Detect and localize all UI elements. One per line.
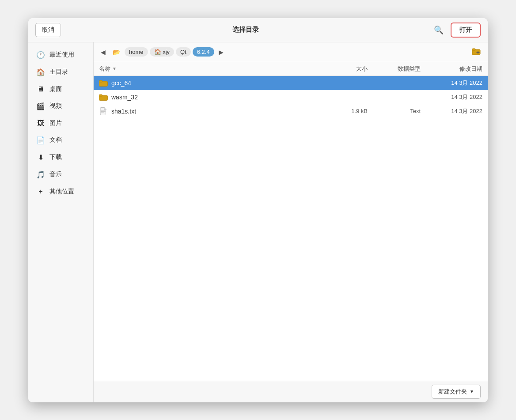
col-date-header[interactable]: 修改日期 (421, 65, 482, 73)
sidebar-item-home[interactable]: 🏠主目录 (28, 64, 93, 80)
svg-rect-5 (99, 80, 102, 82)
document-icon: 📄 (36, 136, 45, 144)
sidebar-item-picture[interactable]: 🖼图片 (28, 115, 93, 131)
table-header: 名称 ▼ 大小 数据类型 修改日期 (94, 62, 488, 76)
folder-icon (99, 79, 108, 87)
breadcrumb-qt-button[interactable]: Qt (176, 47, 191, 57)
file-chooser-dialog: 取消 选择目录 🔍 打开 🕐最近使用🏠主目录🖥桌面🎬视频🖼图片📄文档⬇下载🎵音乐… (28, 18, 488, 402)
new-folder-toolbar-button[interactable] (469, 46, 483, 58)
search-icon: 🔍 (434, 26, 444, 34)
home-icon: 🏠 (36, 68, 45, 76)
col-type-header[interactable]: 数据类型 (368, 65, 421, 73)
sort-icon: ▼ (112, 66, 117, 71)
file-panel: ◀ 📂 home 🏠 xjy Qt 6.2.4 ▶ (94, 42, 488, 402)
cancel-button[interactable]: 取消 (35, 23, 61, 37)
file-name-cell: wasm_32 (99, 94, 323, 101)
sidebar-item-label: 图片 (49, 119, 62, 127)
table-row[interactable]: gcc_64 14 3月 2022 (94, 76, 488, 90)
file-table: gcc_64 14 3月 2022 (94, 76, 488, 381)
breadcrumb-back-button[interactable]: ◀ (98, 47, 108, 57)
sidebar-item-recent[interactable]: 🕐最近使用 (28, 47, 93, 63)
folder-icon (99, 94, 108, 101)
file-date: 14 3月 2022 (421, 93, 482, 101)
new-folder-bottom-button[interactable]: 新建文件夹 ▼ (432, 385, 481, 399)
music-icon: 🎵 (36, 170, 45, 179)
file-name-cell: gcc_64 (99, 79, 323, 87)
breadcrumb-6.2.4-button[interactable]: 6.2.4 (193, 47, 214, 57)
file-name-cell: sha1s.txt (99, 108, 323, 115)
picture-icon: 🖼 (36, 119, 45, 127)
sidebar-item-label: 最近使用 (49, 51, 74, 59)
file-name: gcc_64 (111, 79, 131, 87)
download-icon: ⬇ (36, 153, 45, 162)
file-name: sha1s.txt (111, 108, 136, 115)
recent-icon: 🕐 (36, 51, 45, 59)
breadcrumb-folder-icon-button[interactable]: 📂 (110, 47, 123, 57)
table-row[interactable]: wasm_32 14 3月 2022 (94, 90, 488, 104)
header-right-actions: 🔍 打开 (430, 23, 481, 38)
sidebar-item-desktop[interactable]: 🖥桌面 (28, 81, 93, 97)
sidebar-item-music[interactable]: 🎵音乐 (28, 166, 93, 183)
folder-icon: 📂 (113, 49, 120, 56)
breadcrumb-home-button[interactable]: home (125, 47, 148, 57)
open-button[interactable]: 打开 (451, 23, 481, 38)
dropdown-arrow-icon: ▼ (470, 389, 474, 394)
dialog-header: 取消 选择目录 🔍 打开 (28, 18, 488, 42)
file-name: wasm_32 (111, 94, 138, 101)
video-icon: 🎬 (36, 102, 45, 110)
table-row[interactable]: sha1s.txt 1.9 kB Text 14 3月 2022 (94, 104, 488, 118)
col-name-label: 名称 (99, 65, 110, 73)
other-icon: + (36, 188, 45, 196)
file-type: Text (368, 108, 421, 114)
sidebar-item-label: 桌面 (49, 85, 62, 93)
breadcrumb-bar: ◀ 📂 home 🏠 xjy Qt 6.2.4 ▶ (94, 42, 488, 62)
main-content: 🕐最近使用🏠主目录🖥桌面🎬视频🖼图片📄文档⬇下载🎵音乐+其他位置 ◀ 📂 hom… (28, 42, 488, 402)
sidebar-item-label: 主目录 (49, 68, 68, 76)
sidebar-item-other[interactable]: +其他位置 (28, 184, 93, 200)
new-folder-icon (472, 49, 481, 57)
breadcrumb-xjy-button[interactable]: 🏠 xjy (150, 47, 175, 57)
sidebar-item-download[interactable]: ⬇下载 (28, 149, 93, 166)
sidebar: 🕐最近使用🏠主目录🖥桌面🎬视频🖼图片📄文档⬇下载🎵音乐+其他位置 (28, 42, 94, 402)
sidebar-item-label: 视频 (49, 102, 62, 110)
file-size: 1.9 kB (323, 108, 368, 114)
text-file-icon (99, 108, 108, 115)
breadcrumb-forward-button[interactable]: ▶ (216, 47, 226, 57)
sidebar-item-label: 其他位置 (49, 188, 74, 196)
new-folder-bottom-label: 新建文件夹 (438, 388, 467, 396)
sidebar-item-label: 文档 (49, 136, 62, 144)
sidebar-item-label: 下载 (49, 153, 62, 161)
dialog-title: 选择目录 (232, 26, 259, 34)
bottom-bar: 新建文件夹 ▼ (94, 381, 488, 402)
file-date: 14 3月 2022 (421, 79, 482, 87)
sidebar-item-video[interactable]: 🎬视频 (28, 98, 93, 114)
home-icon: 🏠 (154, 49, 161, 55)
sidebar-item-label: 音乐 (49, 170, 62, 178)
desktop-icon: 🖥 (36, 85, 45, 93)
svg-rect-1 (472, 49, 475, 50)
svg-rect-7 (99, 95, 102, 96)
col-size-header[interactable]: 大小 (323, 65, 368, 73)
sidebar-item-document[interactable]: 📄文档 (28, 132, 93, 148)
col-name-header[interactable]: 名称 ▼ (99, 65, 323, 73)
search-button[interactable]: 🔍 (430, 23, 447, 37)
file-date: 14 3月 2022 (421, 107, 482, 115)
